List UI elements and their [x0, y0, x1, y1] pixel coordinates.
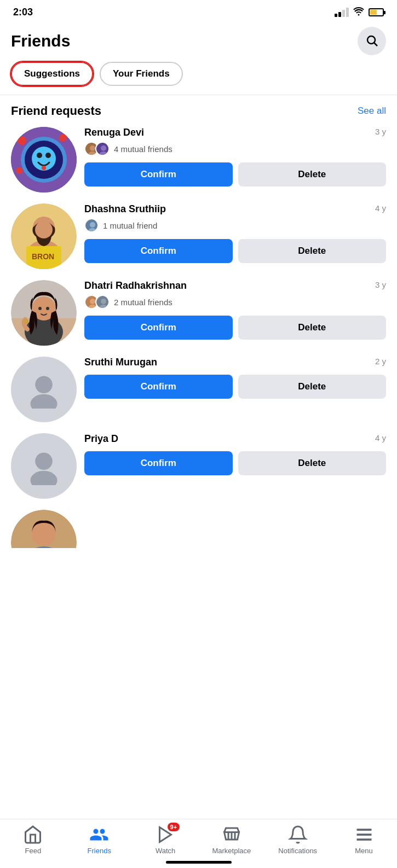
svg-point-11: [16, 167, 22, 174]
mutual-avatar: [95, 295, 110, 309]
name-row: Sruthi Murugan 2 y: [84, 357, 386, 368]
confirm-button[interactable]: Confirm: [84, 162, 233, 187]
name-row: Priya D 4 y: [84, 433, 386, 445]
request-time: 4 y: [375, 433, 386, 442]
confirm-button[interactable]: Confirm: [84, 451, 233, 475]
see-all-button[interactable]: See all: [358, 106, 386, 116]
mutual-row: 2 mutual friends: [84, 295, 386, 309]
nav-label-feed: Feed: [25, 847, 42, 855]
avatar: BRON: [11, 203, 77, 269]
notifications-icon: [288, 825, 308, 844]
delete-button[interactable]: Delete: [238, 162, 387, 187]
request-time: 3 y: [375, 127, 386, 136]
request-time: 4 y: [375, 203, 386, 213]
request-time: 2 y: [375, 357, 386, 366]
avatar: [11, 433, 77, 499]
battery-icon: [369, 8, 384, 16]
status-icons: [335, 7, 384, 18]
tab-bar: Suggestions Your Friends: [0, 62, 397, 95]
wifi-icon: [353, 7, 364, 18]
action-buttons: Confirm Delete: [84, 375, 386, 399]
mutual-avatars: [84, 142, 110, 156]
svg-point-35: [90, 299, 95, 304]
status-time: 2:03: [13, 7, 33, 18]
request-item-partial: [0, 510, 397, 548]
nav-item-menu[interactable]: Menu: [342, 825, 386, 855]
svg-point-43: [31, 471, 57, 485]
svg-point-7: [45, 153, 51, 158]
menu-icon: [354, 825, 374, 844]
name-row: Renuga Devi 3 y: [84, 127, 386, 138]
watch-icon: 9+: [156, 825, 175, 844]
request-item: Sruthi Murugan 2 y Confirm Delete: [0, 357, 397, 433]
svg-point-23: [35, 221, 53, 238]
request-info: Sruthi Murugan 2 y Confirm Delete: [84, 357, 386, 422]
section-title: Friend requests: [11, 104, 101, 118]
svg-text:BRON: BRON: [32, 252, 54, 261]
main-content: Friend requests See all: [0, 104, 397, 614]
svg-point-25: [90, 222, 95, 228]
divider: [0, 95, 397, 95]
action-buttons: Confirm Delete: [84, 316, 386, 340]
request-item: Priya D 4 y Confirm Delete: [0, 433, 397, 510]
search-button[interactable]: [358, 27, 386, 55]
request-time: 3 y: [375, 280, 386, 289]
delete-button[interactable]: Delete: [238, 451, 387, 475]
svg-point-32: [46, 307, 49, 310]
svg-point-31: [38, 307, 42, 310]
svg-point-0: [367, 36, 375, 44]
marketplace-icon: [222, 825, 241, 844]
delete-button[interactable]: Delete: [238, 316, 387, 340]
request-item: Dhatri Radhakrishnan 3 y 2: [0, 280, 397, 357]
mutual-text: 2 mutual friends: [114, 298, 172, 307]
tab-your-friends[interactable]: Your Friends: [100, 62, 183, 86]
nav-item-notifications[interactable]: Notifications: [276, 825, 320, 855]
avatar-partial: [11, 510, 77, 548]
avatar-placeholder: [11, 433, 77, 499]
status-bar: 2:03: [0, 0, 397, 22]
avatar: [11, 127, 77, 193]
svg-point-33: [24, 319, 28, 324]
name-row: Dhatri Radhakrishnan 3 y: [84, 280, 386, 292]
friend-requests-header: Friend requests See all: [0, 104, 397, 127]
tab-suggestions[interactable]: Suggestions: [11, 62, 93, 86]
watch-badge: 9+: [168, 823, 180, 831]
mutual-text: 4 mutual friends: [114, 144, 172, 154]
svg-point-6: [37, 153, 42, 158]
nav-item-feed[interactable]: Feed: [11, 825, 55, 855]
request-name: Priya D: [84, 433, 118, 445]
request-name: Dhashna Sruthiip: [84, 203, 166, 215]
delete-button[interactable]: Delete: [238, 239, 387, 263]
request-info: Dhatri Radhakrishnan 3 y 2: [84, 280, 386, 346]
page-header: Friends: [0, 22, 397, 62]
action-buttons: Confirm Delete: [84, 239, 386, 263]
avatar: [11, 357, 77, 422]
request-item: Renuga Devi 3 y 4 mutual f: [0, 127, 397, 203]
nav-item-friends[interactable]: Friends: [77, 825, 121, 855]
avatar-placeholder: [11, 357, 77, 422]
mutual-avatars: [84, 218, 99, 232]
confirm-button[interactable]: Confirm: [84, 316, 233, 340]
request-name: Dhatri Radhakrishnan: [84, 280, 187, 292]
signal-icon: [335, 8, 349, 17]
request-name: Sruthi Murugan: [84, 357, 157, 368]
confirm-button[interactable]: Confirm: [84, 239, 233, 263]
mutual-row: 1 mutual friend: [84, 218, 386, 232]
request-info: Dhashna Sruthiip 4 y 1 mutual friend Con…: [84, 203, 386, 269]
request-info: Priya D 4 y Confirm Delete: [84, 433, 386, 499]
mutual-row: 4 mutual friends: [84, 142, 386, 156]
name-row: Dhashna Sruthiip 4 y: [84, 203, 386, 215]
nav-label-watch: Watch: [156, 847, 175, 855]
home-indicator: [166, 861, 232, 864]
svg-point-38: [101, 299, 106, 304]
svg-point-40: [35, 376, 53, 394]
svg-point-13: [90, 145, 95, 151]
confirm-button[interactable]: Confirm: [84, 375, 233, 399]
nav-label-friends: Friends: [88, 847, 111, 855]
nav-item-marketplace[interactable]: Marketplace: [210, 825, 254, 855]
delete-button[interactable]: Delete: [238, 375, 387, 399]
nav-item-watch[interactable]: 9+ Watch: [143, 825, 187, 855]
home-icon: [23, 825, 43, 844]
nav-label-marketplace: Marketplace: [212, 847, 251, 855]
avatar: [11, 280, 77, 346]
